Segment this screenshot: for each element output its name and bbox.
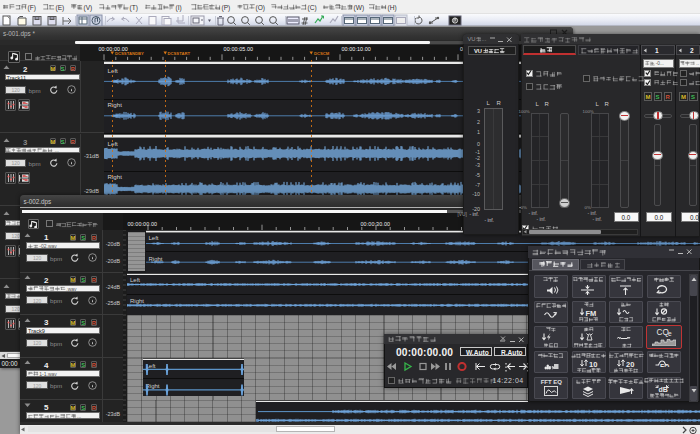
svg-text:FM: FM [585, 309, 596, 317]
svg-text:EQ: EQ [660, 363, 669, 368]
svg-text:20: 20 [626, 359, 634, 367]
svg-text:10: 10 [589, 359, 597, 367]
